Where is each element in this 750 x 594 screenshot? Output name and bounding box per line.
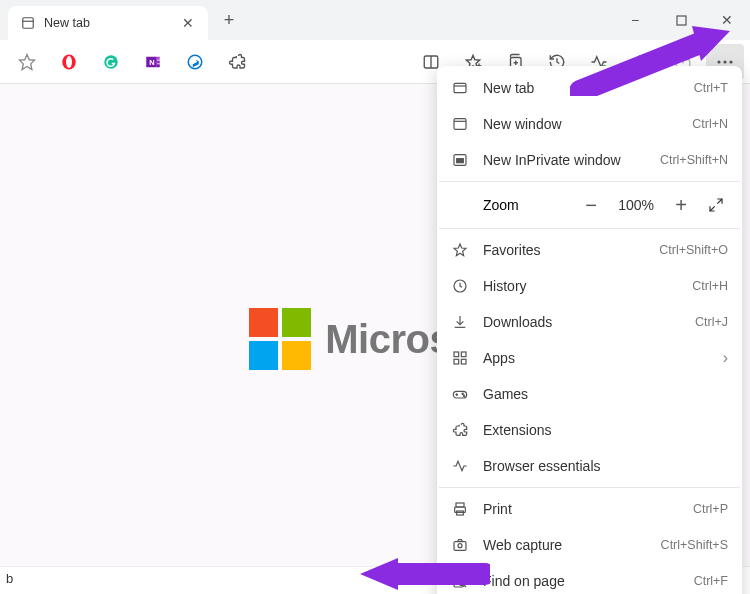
- menu-separator: [439, 487, 740, 488]
- menu-shortcut: Ctrl+H: [692, 279, 728, 293]
- svg-rect-41: [454, 352, 459, 357]
- svg-rect-2: [677, 16, 686, 25]
- menu-label: Find on page: [483, 573, 680, 589]
- tab-title: New tab: [44, 16, 172, 30]
- svg-rect-44: [461, 359, 466, 364]
- downloads-icon: [451, 313, 469, 331]
- new-window-icon: [451, 115, 469, 133]
- menu-label: Zoom: [483, 197, 519, 213]
- new-tab-button[interactable]: +: [214, 5, 244, 35]
- favorites-icon: [451, 241, 469, 259]
- menu-label: New InPrivate window: [483, 152, 646, 168]
- svg-point-49: [463, 395, 464, 396]
- menu-label: Web capture: [483, 537, 647, 553]
- svg-rect-31: [454, 119, 466, 130]
- menu-label: Games: [483, 386, 728, 402]
- svg-rect-10: [157, 60, 160, 63]
- svg-point-54: [458, 544, 462, 548]
- bing-icon[interactable]: [176, 44, 214, 80]
- settings-menu: New tab Ctrl+T New window Ctrl+N New InP…: [437, 66, 742, 594]
- apps-icon: [451, 349, 469, 367]
- menu-shortcut: Ctrl+Shift+N: [660, 153, 728, 167]
- games-icon: [451, 385, 469, 403]
- svg-rect-43: [454, 359, 459, 364]
- svg-point-5: [66, 56, 72, 68]
- menu-favorites[interactable]: Favorites Ctrl+Shift+O: [437, 232, 742, 268]
- svg-line-35: [717, 199, 722, 204]
- grammarly-icon[interactable]: [92, 44, 130, 80]
- fullscreen-button[interactable]: [708, 197, 728, 213]
- menu-label: Print: [483, 501, 679, 517]
- svg-rect-53: [454, 542, 466, 551]
- menu-shortcut: Ctrl+Shift+S: [661, 538, 728, 552]
- menu-downloads[interactable]: Downloads Ctrl+J: [437, 304, 742, 340]
- svg-point-12: [188, 55, 202, 69]
- history-menu-icon: [451, 277, 469, 295]
- svg-marker-3: [20, 54, 35, 69]
- menu-shortcut: Ctrl+Shift+O: [659, 243, 728, 257]
- svg-text:N: N: [149, 58, 154, 67]
- chevron-right-icon: ›: [723, 349, 728, 367]
- menu-shortcut: Ctrl+P: [693, 502, 728, 516]
- svg-line-36: [710, 206, 715, 211]
- zoom-in-button[interactable]: +: [670, 194, 692, 217]
- favorite-icon[interactable]: [8, 44, 46, 80]
- menu-label: New window: [483, 116, 678, 132]
- svg-marker-60: [360, 558, 398, 590]
- menu-label: Downloads: [483, 314, 681, 330]
- svg-point-48: [462, 393, 463, 394]
- print-icon: [451, 500, 469, 518]
- menu-apps[interactable]: Apps ›: [437, 340, 742, 376]
- tab-close-icon[interactable]: ✕: [180, 15, 196, 31]
- menu-shortcut: Ctrl+J: [695, 315, 728, 329]
- zoom-out-button[interactable]: −: [580, 194, 602, 217]
- essentials-icon: [451, 457, 469, 475]
- extensions-icon: [451, 421, 469, 439]
- web-capture-menu-icon: [451, 536, 469, 554]
- zoom-value: 100%: [618, 197, 654, 213]
- menu-label: Browser essentials: [483, 458, 728, 474]
- menu-shortcut: Ctrl+N: [692, 117, 728, 131]
- svg-rect-42: [461, 352, 466, 357]
- menu-label: Extensions: [483, 422, 728, 438]
- menu-label: Apps: [483, 350, 709, 366]
- menu-extensions[interactable]: Extensions: [437, 412, 742, 448]
- svg-rect-29: [454, 83, 466, 92]
- svg-marker-37: [454, 244, 466, 256]
- svg-rect-11: [157, 64, 160, 67]
- browser-tab[interactable]: New tab ✕: [8, 6, 208, 40]
- opera-icon[interactable]: [50, 44, 88, 80]
- menu-print[interactable]: Print Ctrl+P: [437, 491, 742, 527]
- menu-history[interactable]: History Ctrl+H: [437, 268, 742, 304]
- menu-shortcut: Ctrl+F: [694, 574, 728, 588]
- menu-separator: [439, 181, 740, 182]
- onenote-icon[interactable]: N: [134, 44, 172, 80]
- annotation-arrow-bottom: [360, 554, 490, 594]
- annotation-arrow-top: [570, 26, 730, 96]
- tab-page-icon: [20, 15, 36, 31]
- svg-rect-50: [456, 503, 464, 507]
- extensions-puzzle-icon[interactable]: [218, 44, 256, 80]
- svg-rect-9: [157, 56, 160, 59]
- new-tab-icon: [451, 79, 469, 97]
- menu-label: Favorites: [483, 242, 645, 258]
- menu-games[interactable]: Games: [437, 376, 742, 412]
- menu-new-window[interactable]: New window Ctrl+N: [437, 106, 742, 142]
- menu-separator: [439, 228, 740, 229]
- svg-rect-34: [457, 159, 464, 163]
- inprivate-icon: [451, 151, 469, 169]
- menu-essentials[interactable]: Browser essentials: [437, 448, 742, 484]
- menu-label: History: [483, 278, 678, 294]
- microsoft-logo-icon: [249, 308, 311, 370]
- svg-rect-0: [23, 18, 34, 29]
- svg-rect-52: [457, 511, 464, 515]
- menu-new-inprivate[interactable]: New InPrivate window Ctrl+Shift+N: [437, 142, 742, 178]
- menu-zoom: Zoom − 100% +: [437, 185, 742, 225]
